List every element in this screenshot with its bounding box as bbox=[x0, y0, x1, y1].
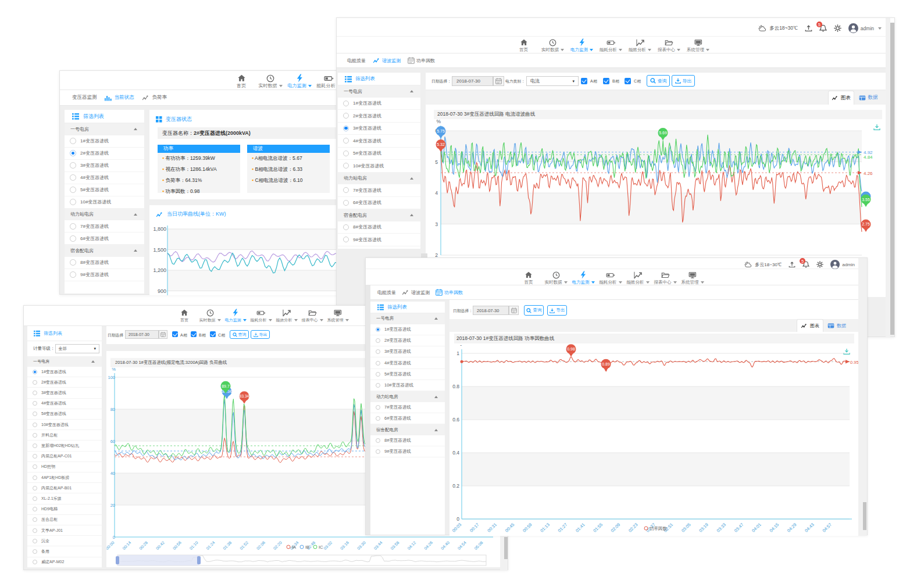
svg-text:01:27: 01:27 bbox=[557, 522, 569, 534]
svg-text:0.89: 0.89 bbox=[602, 362, 610, 366]
svg-text:5.69: 5.69 bbox=[659, 131, 667, 135]
svg-text:03:30: 03:30 bbox=[356, 541, 366, 550]
svg-text:1,200: 1,200 bbox=[153, 267, 166, 273]
svg-text:01:38: 01:38 bbox=[222, 541, 232, 550]
svg-text:0.95: 0.95 bbox=[850, 360, 859, 365]
svg-text:89.7: 89.7 bbox=[222, 384, 230, 388]
svg-text:0.4: 0.4 bbox=[452, 450, 459, 456]
svg-text:3: 3 bbox=[435, 221, 438, 227]
svg-text:0: 0 bbox=[456, 516, 459, 522]
svg-text:60: 60 bbox=[110, 439, 115, 444]
svg-text:02:06: 02:06 bbox=[256, 541, 266, 550]
svg-text:04:43: 04:43 bbox=[804, 522, 815, 534]
svg-text:4.26: 4.26 bbox=[864, 171, 873, 176]
svg-text:00:17: 00:17 bbox=[469, 522, 480, 534]
svg-text:5.75: 5.75 bbox=[437, 129, 445, 133]
svg-text:02:20: 02:20 bbox=[273, 541, 283, 550]
svg-text:03:33: 03:33 bbox=[716, 522, 727, 534]
svg-text:04:12: 04:12 bbox=[406, 541, 416, 550]
svg-text:00:31: 00:31 bbox=[486, 522, 498, 534]
svg-text:03:02: 03:02 bbox=[323, 541, 333, 550]
svg-text:-: - bbox=[460, 342, 462, 348]
svg-text:05:08: 05:08 bbox=[473, 541, 483, 550]
svg-text:IA: IA bbox=[292, 545, 296, 550]
svg-text:83.34: 83.34 bbox=[240, 394, 249, 398]
svg-text:03:44: 03:44 bbox=[373, 541, 383, 550]
svg-text:01:13: 01:13 bbox=[539, 522, 551, 534]
svg-text:04:26: 04:26 bbox=[423, 541, 433, 550]
svg-text:02:09: 02:09 bbox=[610, 522, 622, 534]
svg-text:IC: IC bbox=[319, 545, 323, 550]
svg-text:00:00: 00:00 bbox=[106, 541, 115, 550]
svg-text:00:45: 00:45 bbox=[504, 522, 516, 534]
svg-text:2.75: 2.75 bbox=[862, 222, 870, 226]
svg-text:03:05: 03:05 bbox=[680, 522, 692, 534]
svg-text:00:14: 00:14 bbox=[122, 541, 131, 550]
svg-text:5: 5 bbox=[435, 159, 438, 165]
svg-text:IB: IB bbox=[305, 545, 309, 550]
svg-text:0.2: 0.2 bbox=[452, 483, 459, 489]
svg-text:00:03: 00:03 bbox=[451, 522, 463, 534]
svg-text:1,800: 1,800 bbox=[153, 226, 166, 232]
svg-text:00:42: 00:42 bbox=[155, 541, 165, 550]
svg-text:02:23: 02:23 bbox=[627, 522, 639, 534]
svg-text:00:59: 00:59 bbox=[522, 522, 533, 534]
svg-text:4.84: 4.84 bbox=[864, 155, 873, 160]
svg-text:04:29: 04:29 bbox=[786, 522, 798, 534]
svg-text:40: 40 bbox=[110, 471, 115, 476]
svg-text:%: % bbox=[112, 367, 116, 372]
svg-text:03:58: 03:58 bbox=[390, 541, 399, 550]
svg-text:0: 0 bbox=[113, 535, 115, 540]
svg-text:04:54: 04:54 bbox=[457, 541, 467, 550]
svg-text:900: 900 bbox=[158, 288, 166, 294]
svg-text:04:40: 04:40 bbox=[440, 541, 450, 550]
svg-text:03:16: 03:16 bbox=[340, 541, 349, 550]
svg-text:04:57: 04:57 bbox=[821, 522, 833, 534]
svg-text:01:10: 01:10 bbox=[188, 541, 198, 550]
svg-text:0.8: 0.8 bbox=[452, 384, 459, 389]
svg-text:01:52: 01:52 bbox=[239, 541, 249, 550]
svg-text:0.98: 0.98 bbox=[567, 347, 575, 351]
svg-text:1: 1 bbox=[456, 350, 459, 356]
svg-text:1,500: 1,500 bbox=[153, 247, 166, 253]
svg-text:00:56: 00:56 bbox=[172, 541, 182, 550]
svg-text:0.6: 0.6 bbox=[452, 417, 459, 423]
svg-text:80: 80 bbox=[110, 407, 115, 412]
svg-text:4: 4 bbox=[435, 190, 438, 196]
svg-text:04:15: 04:15 bbox=[769, 522, 780, 534]
svg-text:01:55: 01:55 bbox=[592, 522, 604, 534]
svg-text:100: 100 bbox=[108, 375, 115, 380]
svg-text:03:47: 03:47 bbox=[733, 522, 745, 534]
svg-text:5.32: 5.32 bbox=[437, 142, 445, 146]
svg-text:01:41: 01:41 bbox=[575, 522, 586, 534]
svg-text:功率因数: 功率因数 bbox=[650, 526, 668, 531]
svg-text:20: 20 bbox=[110, 503, 115, 508]
svg-text:01:24: 01:24 bbox=[205, 541, 215, 550]
svg-text:00:28: 00:28 bbox=[138, 541, 148, 550]
svg-text:04:01: 04:01 bbox=[751, 522, 762, 534]
svg-text:%: % bbox=[436, 119, 441, 124]
svg-text:03:19: 03:19 bbox=[698, 522, 709, 534]
svg-text:3.55: 3.55 bbox=[862, 198, 870, 202]
